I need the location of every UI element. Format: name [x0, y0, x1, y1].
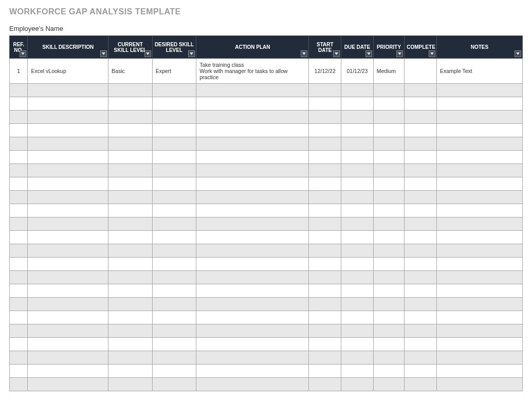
cell-start_date[interactable]: [309, 351, 341, 365]
cell-ref_no[interactable]: [10, 137, 28, 151]
cell-start_date[interactable]: [309, 164, 341, 177]
cell-start_date[interactable]: [309, 124, 341, 137]
cell-ref_no[interactable]: [10, 177, 28, 191]
cell-desired_skill_level[interactable]: [152, 284, 196, 298]
cell-complete[interactable]: [405, 137, 437, 151]
cell-priority[interactable]: [373, 191, 405, 204]
filter-dropdown-icon[interactable]: [144, 50, 151, 57]
cell-current_skill_level[interactable]: [108, 84, 153, 97]
cell-action_plan[interactable]: Take training classWork with manager for…: [196, 59, 309, 84]
cell-current_skill_level[interactable]: [108, 258, 153, 271]
cell-priority[interactable]: [373, 258, 405, 271]
cell-skill_description[interactable]: [28, 177, 108, 191]
cell-due_date[interactable]: [341, 244, 374, 258]
cell-priority[interactable]: [373, 111, 405, 124]
cell-due_date[interactable]: [341, 204, 374, 217]
cell-ref_no[interactable]: [10, 284, 28, 298]
cell-skill_description[interactable]: [28, 365, 108, 378]
cell-priority[interactable]: [373, 204, 405, 217]
cell-complete[interactable]: [405, 231, 437, 244]
cell-complete[interactable]: [405, 204, 437, 217]
cell-skill_description[interactable]: [28, 311, 108, 324]
cell-current_skill_level[interactable]: [108, 217, 153, 231]
cell-desired_skill_level[interactable]: [152, 137, 196, 151]
cell-notes[interactable]: [436, 164, 522, 177]
cell-notes[interactable]: [436, 351, 522, 365]
cell-ref_no[interactable]: [10, 351, 28, 365]
cell-action_plan[interactable]: [196, 284, 309, 298]
cell-due_date[interactable]: [341, 151, 374, 164]
cell-ref_no[interactable]: [10, 124, 28, 137]
cell-notes[interactable]: [436, 244, 522, 258]
cell-desired_skill_level[interactable]: [152, 378, 196, 391]
cell-ref_no[interactable]: [10, 324, 28, 338]
cell-skill_description[interactable]: [28, 97, 108, 111]
cell-priority[interactable]: [373, 164, 405, 177]
cell-priority[interactable]: [373, 338, 405, 351]
cell-start_date[interactable]: [309, 231, 341, 244]
cell-current_skill_level[interactable]: Basic: [108, 59, 153, 84]
cell-priority[interactable]: [373, 151, 405, 164]
cell-ref_no[interactable]: [10, 365, 28, 378]
cell-priority[interactable]: [373, 298, 405, 311]
cell-skill_description[interactable]: Excel vLookup: [28, 59, 108, 84]
cell-notes[interactable]: [436, 271, 522, 284]
cell-priority[interactable]: [373, 271, 405, 284]
cell-notes[interactable]: [436, 137, 522, 151]
cell-desired_skill_level[interactable]: [152, 124, 196, 137]
cell-skill_description[interactable]: [28, 298, 108, 311]
filter-dropdown-icon[interactable]: [20, 50, 26, 57]
cell-due_date[interactable]: [341, 191, 374, 204]
cell-ref_no[interactable]: [10, 244, 28, 258]
cell-desired_skill_level[interactable]: [152, 204, 196, 217]
cell-ref_no[interactable]: [10, 151, 28, 164]
cell-due_date[interactable]: [341, 378, 374, 391]
cell-priority[interactable]: [373, 351, 405, 365]
cell-action_plan[interactable]: [196, 124, 309, 137]
cell-desired_skill_level[interactable]: [152, 177, 196, 191]
cell-skill_description[interactable]: [28, 271, 108, 284]
cell-action_plan[interactable]: [196, 151, 309, 164]
cell-due_date[interactable]: [341, 338, 374, 351]
cell-complete[interactable]: [405, 298, 437, 311]
cell-complete[interactable]: [405, 324, 437, 338]
cell-desired_skill_level[interactable]: [152, 151, 196, 164]
cell-desired_skill_level[interactable]: [152, 231, 196, 244]
cell-action_plan[interactable]: [196, 244, 309, 258]
cell-start_date[interactable]: [309, 244, 341, 258]
cell-skill_description[interactable]: [28, 244, 108, 258]
cell-priority[interactable]: [373, 284, 405, 298]
cell-complete[interactable]: [405, 97, 437, 111]
cell-current_skill_level[interactable]: [108, 177, 153, 191]
cell-complete[interactable]: [405, 59, 437, 84]
cell-current_skill_level[interactable]: [108, 271, 153, 284]
cell-action_plan[interactable]: [196, 191, 309, 204]
cell-due_date[interactable]: [341, 231, 374, 244]
cell-ref_no[interactable]: [10, 271, 28, 284]
cell-priority[interactable]: Medium: [373, 59, 405, 84]
cell-notes[interactable]: [436, 311, 522, 324]
cell-ref_no[interactable]: [10, 217, 28, 231]
filter-dropdown-icon[interactable]: [429, 50, 435, 57]
cell-action_plan[interactable]: [196, 204, 309, 217]
cell-ref_no[interactable]: [10, 191, 28, 204]
cell-complete[interactable]: [405, 84, 437, 97]
cell-current_skill_level[interactable]: [108, 97, 153, 111]
cell-ref_no[interactable]: [10, 164, 28, 177]
cell-desired_skill_level[interactable]: [152, 365, 196, 378]
cell-notes[interactable]: [436, 365, 522, 378]
cell-complete[interactable]: [405, 111, 437, 124]
cell-current_skill_level[interactable]: [108, 124, 153, 137]
cell-notes[interactable]: [436, 378, 522, 391]
cell-current_skill_level[interactable]: [108, 378, 153, 391]
cell-priority[interactable]: [373, 311, 405, 324]
filter-dropdown-icon[interactable]: [515, 50, 521, 57]
cell-notes[interactable]: [436, 338, 522, 351]
cell-desired_skill_level[interactable]: [152, 311, 196, 324]
cell-current_skill_level[interactable]: [108, 244, 153, 258]
cell-priority[interactable]: [373, 84, 405, 97]
cell-start_date[interactable]: [309, 177, 341, 191]
cell-complete[interactable]: [405, 151, 437, 164]
cell-start_date[interactable]: [309, 137, 341, 151]
cell-priority[interactable]: [373, 244, 405, 258]
